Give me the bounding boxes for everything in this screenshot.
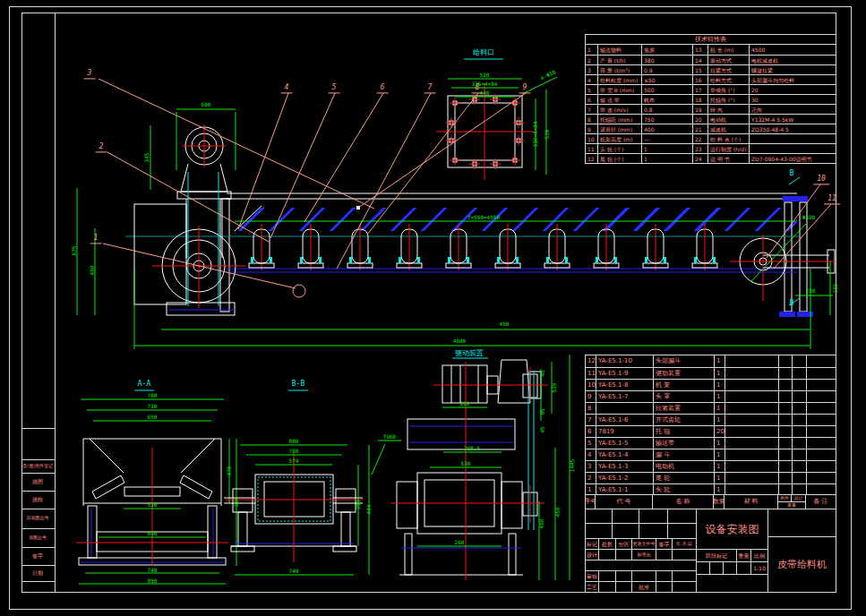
dim-label: 780 [148, 393, 158, 398]
tb-blank [585, 509, 697, 524]
tb-weight: 重量 [736, 549, 751, 562]
dim-label: 45 [540, 426, 545, 432]
dim-label: 600 [148, 531, 158, 536]
spec-row: 8 托辊距 (mm) 750 20 电动机 Y132M-4 5.5kW [586, 114, 836, 124]
spec-row: 5 带 宽 B (mm) 500 17 带倾角 (°) 20 [586, 84, 836, 94]
dim-label: 250 [806, 288, 816, 294]
dim-label: 45 [540, 370, 545, 376]
dim-label: 450 [500, 321, 510, 327]
tb-cell [598, 581, 616, 593]
dim-label: 480 [90, 266, 95, 276]
tb-blank-dividers [612, 509, 613, 539]
dim-label: 740 [289, 569, 299, 574]
spec-table: 技术特性表 1 输送物料 焦炭 13 机 长 (m) 4500 2 产 量 (t… [585, 34, 836, 164]
model-label-td: TD60 [383, 434, 396, 440]
tb-scale: 比例 [750, 549, 768, 562]
bom-header-material: 材 料 [724, 494, 778, 509]
bom-row: 11 YA-E5.1-9 驱动装置 1 [586, 367, 836, 379]
balloon-7: 7 [424, 83, 436, 93]
dim-label: 520 [552, 383, 557, 393]
view-title-bb: B-B [292, 381, 304, 388]
dim-label: 380 [833, 284, 838, 294]
dim-label: 444 [366, 505, 372, 515]
tb-process: 工艺 [585, 581, 599, 593]
tb-cell [656, 581, 673, 593]
dim-label: 298.5 [464, 446, 480, 451]
dim-label: 730 [148, 404, 158, 409]
main-view-structure [125, 193, 813, 317]
spec-row: 4 给料粒度 (mm) ≤50 16 给料方式 头部漏斗均匀给料 [586, 74, 836, 84]
balloon-6: 6 [377, 83, 389, 93]
bom-row: 6 7819 托 辊 20 [586, 425, 836, 437]
balloon-11: 11 [824, 194, 840, 204]
tail-pulley [730, 177, 835, 305]
dim-label: 95 [540, 408, 545, 415]
dim-label: 470 [227, 466, 232, 476]
spec-row: 1 输送物料 焦炭 13 机 长 (m) 4500 [586, 45, 836, 55]
balloon-1: 1 [90, 234, 102, 244]
balloon-2: 2 [96, 142, 107, 152]
section-mark-b-bottom: B [790, 300, 794, 307]
tb-approve: 批准 [631, 581, 656, 593]
balloon-4: 4 [281, 83, 293, 93]
bom-row: 2 YA-E5.1-2 尾 轮 1 [586, 472, 836, 483]
balloon-8: 8 [472, 83, 484, 93]
bom-row: 8 拉紧装置 1 [586, 402, 836, 414]
dim-label: 530 [461, 461, 471, 466]
spec-table-body: 1 输送物料 焦炭 13 机 长 (m) 4500 2 产 量 (t/h) 38… [586, 45, 836, 163]
dim-label: 530 [148, 502, 158, 508]
tb-weight-value [736, 561, 751, 575]
dim-label: 260 [460, 401, 470, 406]
dim-label-tail-dia: Φ320 [802, 215, 815, 220]
view-title-aa: A-A [138, 381, 150, 388]
bom-row: 5 YA-E5.1-5 输送带 1 [586, 437, 836, 449]
dim-label: 400 [539, 519, 544, 529]
dim-label: 345 [144, 153, 150, 163]
spec-row: 3 容 重 (t/m³) 0.9 15 拉紧方式 螺旋拉紧 [586, 64, 836, 74]
tb-blank [585, 523, 697, 539]
tb-cell [696, 574, 768, 593]
spec-row: 11 头 轮 (个) 1 23 运行制度 (h/d) [586, 143, 836, 153]
spec-row: 2 产 量 (t/h) 380 14 驱动方式 电机减速机 [586, 55, 836, 64]
dim-label: 800 [289, 439, 299, 444]
bom-header-name: 名 称 [652, 494, 714, 509]
spec-row: 12 尾 轮 (个) 1 24 说 明 书 ZD7-0904-43-00说明书 [586, 153, 836, 163]
bom-row: 4 YA-E5.1-4 漏 斗 1 [586, 449, 836, 460]
dim-label-pitch: 7×650=4550 [467, 215, 500, 220]
balloon-10: 10 [813, 175, 829, 184]
bom-header-code: 代 号 [595, 494, 653, 509]
tb-cell [615, 581, 632, 593]
tb-cell [672, 581, 697, 593]
dim-label: 574 [289, 458, 299, 464]
tb-code-area [767, 509, 836, 537]
tb-stage-cell [696, 561, 710, 575]
bom-table-body: 12 YA-E5.1-10 头部漏斗 1 11 YA-E5.1-9 驱动装置 1… [586, 355, 836, 495]
tb-blank-dividers [639, 509, 639, 539]
dim-label: 740 [148, 568, 158, 573]
dim-label: 650 [148, 415, 158, 420]
cad-drawing-canvas: 借(通)用件登记 描图 描校 旧底图总号 底图总号 签字 日期 [0, 0, 866, 616]
drawing-title: 设备安装图 [696, 509, 768, 550]
dim-label: 390 [234, 498, 239, 508]
dim-label: 450 [555, 508, 561, 518]
part-name: 皮带给料机 [767, 536, 836, 593]
balloon-5: 5 [329, 83, 340, 93]
tb-stage-cell [723, 561, 737, 575]
dim-label: 390 [356, 500, 361, 510]
view-title-drive: 驱动装置 [455, 350, 484, 357]
balloon-9: 9 [519, 83, 531, 93]
dim-label: 850 [148, 578, 158, 584]
dim-label: 336=4×84 [533, 122, 538, 148]
spec-row: 10 机架高度 (m) — 22 给 料 点 (个) [586, 133, 836, 143]
dim-label: 600 [201, 102, 211, 107]
spec-row: 9 滚筒径 (mm) 400 21 减速机 ZQ350-48-4.5 [586, 124, 836, 133]
tb-scale-value: 1:10 [750, 561, 768, 575]
bom-row: 10 YA-E5.1-8 机 架 1 [586, 379, 836, 390]
bom-row: 9 YA-E5.1-7 头 罩 1 [586, 390, 836, 402]
drive-unit-view [390, 355, 570, 580]
dim-label-overall: 4600 [453, 338, 466, 344]
dim-label: 700 [289, 449, 299, 454]
dim-label: 1445 [570, 459, 575, 472]
bom-row: 7 YA-E5.1-6 开式齿轮 1 [586, 414, 836, 425]
view-title-flange: 给料口 [473, 49, 494, 56]
